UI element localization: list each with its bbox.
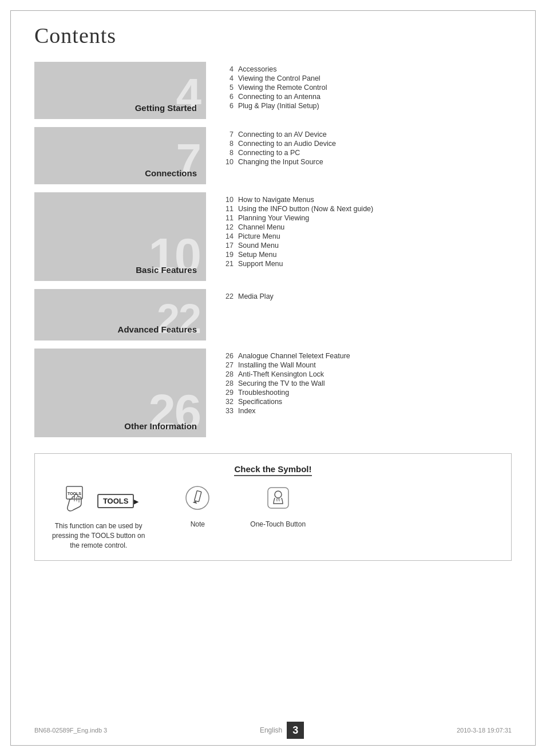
section-title-getting-started: Getting Started <box>135 103 197 113</box>
entry-text: Support Menu <box>238 260 283 268</box>
section-title-basic-features: Basic Features <box>136 265 197 275</box>
section-box-connections: Connections7 <box>34 127 206 184</box>
entry-row: 11Using the INFO button (Now & Next guid… <box>217 205 512 213</box>
section-entries-getting-started: 4Accessories4Viewing the Control Panel5V… <box>206 62 512 119</box>
entry-text: Connecting to an AV Device <box>238 130 327 138</box>
entry-num: 6 <box>217 93 234 101</box>
entry-row: 32Specifications <box>217 398 512 406</box>
entry-row: 33Index <box>217 407 512 415</box>
entry-row: 28Securing the TV to the Wall <box>217 379 512 387</box>
toc-section-getting-started: Getting Started44Accessories4Viewing the… <box>34 62 512 119</box>
toc-section-other-information: Other Information2626Analogue Channel Te… <box>34 349 512 437</box>
svg-point-5 <box>186 486 209 509</box>
tools-button: TOOLS ▶ <box>97 494 134 508</box>
section-title-advanced-features: Advanced Features <box>118 324 197 335</box>
entry-num: 29 <box>217 389 234 397</box>
section-box-advanced-features: Advanced Features22 <box>34 289 206 341</box>
entry-num: 8 <box>217 149 234 157</box>
entry-text: Accessories <box>238 65 276 73</box>
entry-row: 27Installing the Wall Mount <box>217 361 512 369</box>
entry-row: 28Anti-Theft Kensington Lock <box>217 370 512 378</box>
entry-num: 5 <box>217 84 234 92</box>
entry-num: 22 <box>217 292 234 300</box>
entry-num: 8 <box>217 140 234 148</box>
page-border-right <box>535 10 536 746</box>
note-pencil-icon <box>185 485 210 510</box>
entry-text: Anti-Theft Kensington Lock <box>238 370 324 378</box>
entry-text: How to Navigate Menus <box>238 196 314 204</box>
entry-num: 14 <box>217 232 234 240</box>
onetouch-icon: m <box>266 485 291 512</box>
note-icon <box>185 485 210 512</box>
entry-row: 5Viewing the Remote Control <box>217 84 512 92</box>
entry-num: 6 <box>217 102 234 110</box>
entry-num: 28 <box>217 370 234 378</box>
entry-num: 32 <box>217 398 234 406</box>
symbol-row: TOOLS TOOLS ▶ This f <box>52 485 494 550</box>
entry-num: 11 <box>217 214 234 222</box>
section-box-other-information: Other Information26 <box>34 349 206 437</box>
footer-lang: English <box>260 726 282 734</box>
entry-row: 26Analogue Channel Teletext Feature <box>217 352 512 360</box>
section-title-connections: Connections <box>145 168 197 179</box>
entry-text: Setup Menu <box>238 251 276 259</box>
entry-num: 21 <box>217 260 234 268</box>
toc-container: Getting Started44Accessories4Viewing the… <box>34 62 512 437</box>
entry-num: 33 <box>217 407 234 415</box>
entry-num: 26 <box>217 352 234 360</box>
entry-text: Connecting to an Antenna <box>238 93 321 101</box>
entry-num: 11 <box>217 205 234 213</box>
section-entries-advanced-features: 22Media Play <box>206 289 512 341</box>
symbol-item-note: Note <box>185 485 210 528</box>
entry-row: 14Picture Menu <box>217 232 512 240</box>
section-title-other-information: Other Information <box>124 421 197 432</box>
symbol-box: Check the Symbol! TOOLS <box>34 453 512 561</box>
entry-row: 17Sound Menu <box>217 242 512 250</box>
page-title: Contents <box>34 23 512 48</box>
tools-desc: This function can be used by pressing th… <box>52 521 145 550</box>
entry-row: 6Plug & Play (Initial Setup) <box>217 102 512 110</box>
entry-row: 22Media Play <box>217 292 512 300</box>
svg-rect-6 <box>195 490 201 501</box>
entry-text: Viewing the Remote Control <box>238 84 327 92</box>
entry-row: 21Support Menu <box>217 260 512 268</box>
page-border-left <box>10 10 11 746</box>
entry-text: Index <box>238 407 256 415</box>
symbol-icon-tools: TOOLS TOOLS ▶ <box>63 485 134 517</box>
page-border-bottom <box>10 745 536 746</box>
entry-row: 4Viewing the Control Panel <box>217 74 512 82</box>
entry-text: Sound Menu <box>238 242 279 250</box>
entry-num: 7 <box>217 130 234 138</box>
footer: BN68-02589F_Eng.indb 3 English 3 2010-3-… <box>0 717 546 743</box>
onetouch-label: One-Touch Button <box>250 520 306 528</box>
entry-num: 28 <box>217 379 234 387</box>
entry-row: 6Connecting to an Antenna <box>217 93 512 101</box>
toc-section-basic-features: Basic Features1010How to Navigate Menus1… <box>34 192 512 281</box>
section-entries-connections: 7Connecting to an AV Device8Connecting t… <box>206 127 512 184</box>
entry-row: 10Changing the Input Source <box>217 158 512 166</box>
entry-row: 8Connecting to an Audio Device <box>217 140 512 148</box>
section-box-basic-features: Basic Features10 <box>34 192 206 281</box>
entry-row: 4Accessories <box>217 65 512 73</box>
section-box-getting-started: Getting Started4 <box>34 62 206 119</box>
footer-filename: BN68-02589F_Eng.indb 3 <box>34 727 107 734</box>
page-border-top <box>10 10 536 11</box>
entry-text: Troubleshooting <box>238 389 289 397</box>
entry-text: Channel Menu <box>238 223 284 231</box>
toc-section-connections: Connections77Connecting to an AV Device8… <box>34 127 512 184</box>
entry-text: Picture Menu <box>238 232 280 240</box>
entry-text: Plug & Play (Initial Setup) <box>238 102 319 110</box>
entry-text: Connecting to a PC <box>238 149 300 157</box>
entry-text: Installing the Wall Mount <box>238 361 316 369</box>
entry-text: Viewing the Control Panel <box>238 74 321 82</box>
entry-num: 27 <box>217 361 234 369</box>
entry-num: 10 <box>217 158 234 166</box>
toc-section-advanced-features: Advanced Features2222Media Play <box>34 289 512 341</box>
footer-pagenum: 3 <box>287 722 304 739</box>
entry-num: 17 <box>217 242 234 250</box>
onetouch-button-icon: m <box>266 485 291 510</box>
entry-text: Changing the Input Source <box>238 158 323 166</box>
section-entries-other-information: 26Analogue Channel Teletext Feature27Ins… <box>206 349 512 437</box>
symbol-box-title: Check the Symbol! <box>52 464 494 476</box>
entry-row: 8Connecting to a PC <box>217 149 512 157</box>
